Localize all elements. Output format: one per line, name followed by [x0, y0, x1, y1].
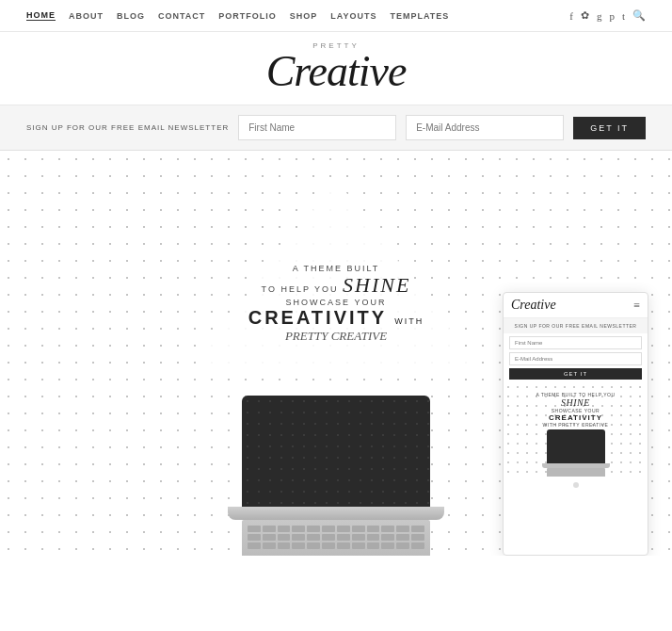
key: [278, 526, 291, 532]
hero-to-help-you: TO HELP YOU: [262, 284, 344, 294]
mobile-firstname-input[interactable]: [509, 336, 642, 349]
mobile-hamburger-icon: ≡: [633, 299, 640, 313]
key: [352, 534, 365, 541]
navigation: HOME ABOUT BLOG CONTACT PORTFOLIO SHOP L…: [0, 0, 672, 32]
key: [322, 526, 335, 532]
key: [307, 534, 320, 541]
newsletter-firstname-input[interactable]: [238, 115, 396, 140]
key: [337, 542, 350, 549]
mobile-shine: SHINE: [536, 397, 615, 408]
key: [411, 534, 424, 541]
mobile-preview-card: Creative ≡ SIGN UP FOR OUR FREE EMAIL NE…: [503, 292, 648, 556]
key: [307, 526, 320, 532]
search-icon[interactable]: 🔍: [632, 9, 646, 22]
hero-line2: TO HELP YOU SHINE: [248, 273, 424, 298]
laptop-base: [228, 507, 444, 520]
key: [352, 542, 365, 549]
nav-about[interactable]: ABOUT: [69, 11, 104, 21]
newsletter-label: SIGN UP FOR OUR FREE EMAIL NEWSLETTER: [26, 123, 229, 132]
nav-shop[interactable]: SHOP: [290, 11, 318, 21]
laptop-keyboard: [242, 520, 430, 556]
key: [367, 526, 380, 532]
key: [381, 526, 394, 532]
key: [248, 534, 261, 541]
key: [396, 526, 409, 532]
mobile-indicator-dot: [573, 482, 579, 488]
hero-text: A THEME BUILT TO HELP YOU SHINE SHOWCASE…: [248, 264, 424, 344]
key: [352, 526, 365, 532]
key: [248, 526, 261, 532]
newsletter-submit-button[interactable]: GET IT: [573, 117, 646, 139]
nav-templates[interactable]: TEMPLATES: [391, 11, 450, 21]
logo-creative: Creative: [0, 50, 672, 93]
hero-with: WITH: [394, 316, 424, 326]
newsletter-email-input[interactable]: [406, 115, 564, 140]
nav-contact[interactable]: CONTACT: [158, 11, 205, 21]
hero-shine: SHINE: [343, 273, 410, 297]
twitter-icon[interactable]: t: [622, 10, 625, 22]
logo-area: PRETTY Creative: [0, 32, 672, 105]
key: [411, 542, 424, 549]
hero-creativity: CREATIVITY WITH: [248, 307, 424, 329]
mobile-laptop: [538, 429, 614, 477]
key: [292, 542, 305, 549]
nav-social-icons: f ✿ g p t 🔍: [569, 9, 646, 22]
mobile-hero-section: A THEME BUILT TO HELP YOU SHINE SHOWCASE…: [504, 382, 648, 477]
key: [367, 534, 380, 541]
nav-portfolio[interactable]: PORTFOLIO: [218, 11, 277, 21]
mobile-laptop-keyboard: [547, 468, 605, 477]
nav-links: HOME ABOUT BLOG CONTACT PORTFOLIO SHOP L…: [26, 10, 449, 21]
key: [381, 542, 394, 549]
key: [292, 534, 305, 541]
mobile-hero-text: A THEME BUILT TO HELP YOU SHINE SHOWCASE…: [536, 392, 615, 428]
laptop-screen: [242, 396, 430, 507]
key: [248, 542, 261, 549]
key: [322, 542, 335, 549]
laptop-body: [214, 396, 458, 556]
laptop-image: [214, 396, 458, 556]
key: [381, 534, 394, 541]
mobile-logo: Creative: [511, 298, 556, 313]
mobile-email-input[interactable]: [509, 352, 642, 365]
mobile-laptop-screen: [547, 429, 605, 463]
hero-line1: A THEME BUILT: [248, 264, 424, 273]
key: [278, 542, 291, 549]
key: [263, 542, 276, 549]
mobile-newsletter-label: SIGN UP FOR OUR FREE EMAIL NEWSLETTER: [504, 318, 648, 333]
key: [292, 526, 305, 532]
newsletter-bar: SIGN UP FOR OUR FREE EMAIL NEWSLETTER GE…: [0, 105, 672, 151]
key: [322, 534, 335, 541]
key: [337, 534, 350, 541]
key: [411, 526, 424, 532]
pinterest-icon[interactable]: p: [609, 10, 615, 22]
hero-line3: SHOWCASE YOUR: [248, 298, 424, 307]
mobile-nav: Creative ≡: [504, 293, 648, 318]
key: [263, 526, 276, 532]
key: [396, 534, 409, 541]
laptop-screen-dots: [242, 396, 430, 507]
nav-blog[interactable]: BLOG: [117, 11, 145, 21]
facebook-icon[interactable]: f: [569, 10, 573, 22]
key: [307, 542, 320, 549]
hero-section: A THEME BUILT TO HELP YOU SHINE SHOWCASE…: [0, 151, 672, 556]
key: [263, 534, 276, 541]
mobile-submit-button[interactable]: GET IT: [509, 368, 642, 380]
logo-text: Creative: [266, 47, 407, 95]
instagram-icon[interactable]: ✿: [581, 9, 589, 22]
nav-home[interactable]: HOME: [26, 10, 56, 21]
mobile-line3: WITH PRETTY CREATIVE: [543, 422, 609, 428]
key: [367, 542, 380, 549]
google-icon[interactable]: g: [597, 10, 602, 22]
key: [337, 526, 350, 532]
key: [396, 542, 409, 549]
hero-pretty-creative: PRETTY CREATIVE: [248, 329, 424, 344]
mobile-creativity: CREATIVITY: [536, 413, 615, 422]
nav-layouts[interactable]: LAYOUTS: [330, 11, 376, 21]
key: [278, 534, 291, 541]
